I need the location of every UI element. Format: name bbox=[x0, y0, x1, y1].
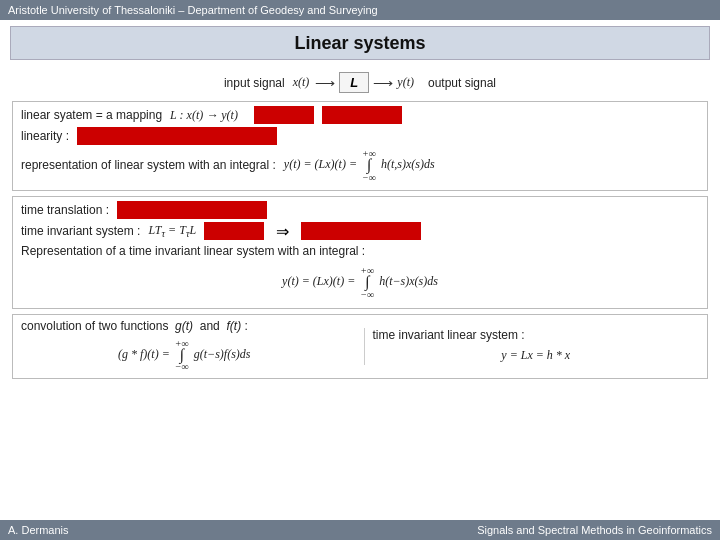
section-mapping: linear syatem = a mapping L : x(t) → y(t… bbox=[12, 101, 708, 191]
footer-right: Signals and Spectral Methods in Geoinfor… bbox=[477, 524, 712, 536]
implies-arrow: ⇒ bbox=[276, 222, 289, 241]
convolution-formula-block: (g * f)(t) = +∞ ∫ −∞ g(t−s)f(s)ds bbox=[21, 336, 348, 375]
ti-representation-label: Representation of a time invariant linea… bbox=[21, 244, 365, 258]
redacted-invariant-1 bbox=[204, 222, 264, 240]
footer: A. Dermanis Signals and Spectral Methods… bbox=[0, 520, 720, 540]
time-translation-row: time translation : bbox=[21, 201, 699, 219]
integral-block-2: y(t) = (Lx)(t) = +∞ ∫ −∞ h(t−s)x(s)ds bbox=[21, 261, 699, 304]
ti-system-formula-block: y = Lx = h * x bbox=[373, 345, 700, 365]
signal-row: input signal x(t) ⟶ L ⟶ y(t) output sign… bbox=[12, 72, 708, 93]
convolution-row: convolution of two functions g(t) and f(… bbox=[21, 319, 699, 375]
convolution-label: convolution of two functions g(t) and f(… bbox=[21, 319, 248, 333]
redacted-linearity bbox=[77, 127, 277, 145]
time-invariant-label: time invariant system : bbox=[21, 224, 140, 238]
time-invariant-row: time invariant system : LTτ = TτL ⇒ bbox=[21, 222, 699, 241]
arrow-left: ⟶ bbox=[315, 75, 335, 91]
redacted-2 bbox=[322, 106, 402, 124]
mapping-formula: L : x(t) → y(t) bbox=[170, 108, 238, 123]
page-title: Linear systems bbox=[10, 26, 710, 60]
x-t-formula: x(t) bbox=[293, 75, 310, 90]
integral-formula-1: y(t) = (Lx)(t) = +∞ ∫ −∞ h(t,s)x(s)ds bbox=[284, 148, 435, 183]
section-time: time translation : time invariant system… bbox=[12, 196, 708, 309]
linearity-row: linearity : bbox=[21, 127, 699, 145]
linearity-label: linearity : bbox=[21, 129, 69, 143]
redacted-invariant-2 bbox=[301, 222, 421, 240]
y-t-formula: y(t) bbox=[397, 75, 414, 90]
mapping-row: linear syatem = a mapping L : x(t) → y(t… bbox=[21, 106, 699, 124]
time-translation-label: time translation : bbox=[21, 203, 109, 217]
ti-formula: LTτ = TτL bbox=[148, 223, 196, 239]
redacted-translation bbox=[117, 201, 267, 219]
output-signal-label: output signal bbox=[428, 76, 496, 90]
main-content: input signal x(t) ⟶ L ⟶ y(t) output sign… bbox=[0, 64, 720, 388]
convolution-right: time invariant linear system : y = Lx = … bbox=[364, 328, 700, 365]
convolution-left: convolution of two functions g(t) and f(… bbox=[21, 319, 348, 375]
arrow-right: ⟶ bbox=[373, 75, 393, 91]
ti-representation-row: Representation of a time invariant linea… bbox=[21, 244, 699, 258]
representation-label: representation of linear system with an … bbox=[21, 158, 276, 172]
redacted-1 bbox=[254, 106, 314, 124]
footer-left: A. Dermanis bbox=[8, 524, 69, 536]
topbar: Aristotle University of Thessaloniki – D… bbox=[0, 0, 720, 20]
convolution-formula: (g * f)(t) = +∞ ∫ −∞ g(t−s)f(s)ds bbox=[118, 347, 250, 361]
ti-system-formula: y = Lx = h * x bbox=[501, 348, 570, 362]
system-block: L bbox=[339, 72, 369, 93]
integral-formula-2: y(t) = (Lx)(t) = +∞ ∫ −∞ h(t−s)x(s)ds bbox=[282, 274, 438, 288]
mapping-label: linear syatem = a mapping bbox=[21, 108, 162, 122]
ti-system-label: time invariant linear system : bbox=[373, 328, 525, 342]
topbar-label: Aristotle University of Thessaloniki – D… bbox=[8, 4, 378, 16]
section-convolution: convolution of two functions g(t) and f(… bbox=[12, 314, 708, 380]
representation-row: representation of linear system with an … bbox=[21, 148, 699, 183]
input-signal-label: input signal bbox=[224, 76, 285, 90]
